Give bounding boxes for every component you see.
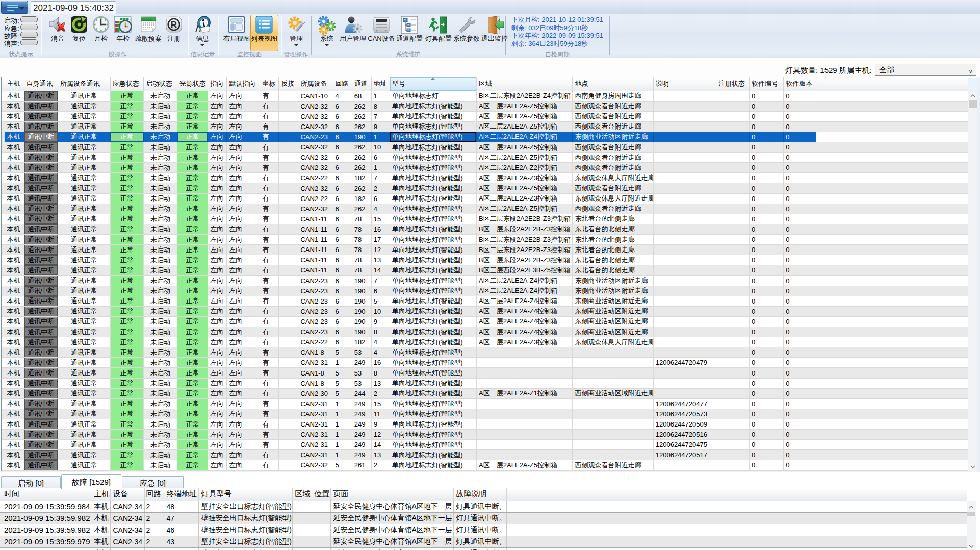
svg-text:R: R [171, 20, 177, 30]
